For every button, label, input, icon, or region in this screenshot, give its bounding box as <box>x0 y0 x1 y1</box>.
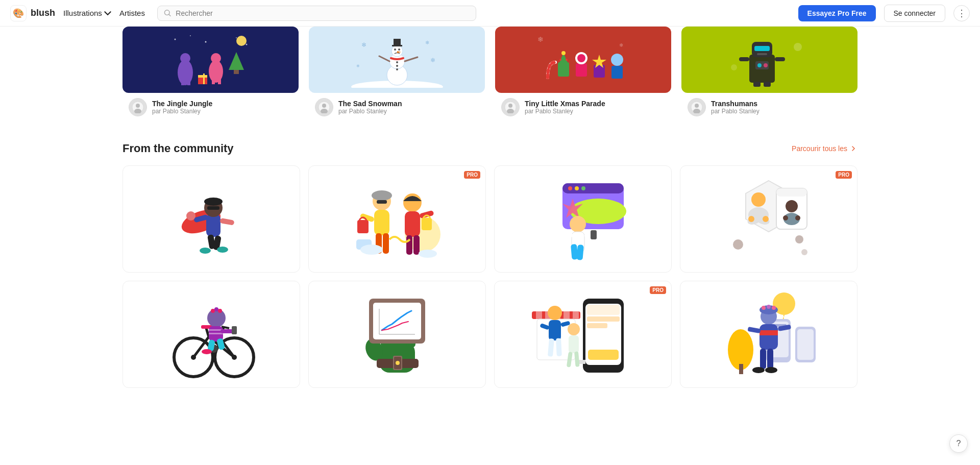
store-people-art <box>527 288 639 380</box>
chevron-right-icon <box>849 144 857 153</box>
illustration-meta-2: The Sad Snowman par Pablo Stanley <box>309 93 485 116</box>
community-section: From the community Parcourir tous les <box>0 127 980 388</box>
community-card-4[interactable]: PRO <box>680 165 857 273</box>
illustration-card-xmas[interactable]: ❄ ❄ Tiny Little Xmas Parade par Pablo St… <box>495 27 671 116</box>
svg-rect-195 <box>549 320 561 340</box>
svg-point-36 <box>396 68 398 70</box>
svg-point-136 <box>783 215 788 221</box>
svg-point-2 <box>174 39 176 40</box>
svg-rect-68 <box>757 53 767 55</box>
svg-text:❄: ❄ <box>425 40 429 45</box>
community-grid: PRO <box>122 165 857 388</box>
svg-point-114 <box>575 186 579 190</box>
svg-text:❄: ❄ <box>537 35 544 43</box>
chat-person-art <box>532 173 634 265</box>
illustration-card-jingle-jungle[interactable]: The Jingle Jungle par Pablo Stanley <box>122 27 299 116</box>
svg-point-156 <box>214 307 218 311</box>
svg-point-35 <box>396 65 398 67</box>
svg-rect-223 <box>760 349 766 369</box>
svg-point-9 <box>180 53 190 63</box>
illustration-title-2: The Sad Snowman <box>338 100 402 108</box>
svg-point-22 <box>136 104 140 108</box>
browse-all-link[interactable]: Parcourir tous les <box>792 144 857 153</box>
illustration-card-snowman[interactable]: ❄ ❄ ❄ ❄ The Sad Snowman par Pablo Stanl <box>309 27 485 116</box>
svg-rect-201 <box>569 335 579 353</box>
community-card-1[interactable] <box>122 165 300 273</box>
svg-rect-122 <box>562 233 573 237</box>
svg-point-165 <box>202 349 212 354</box>
svg-point-130 <box>748 216 754 222</box>
illustration-meta-3: Tiny Little Xmas Parade par Pablo Stanle… <box>495 93 671 116</box>
svg-point-92 <box>217 247 228 253</box>
svg-point-58 <box>611 54 623 66</box>
xmas-art: ❄ ❄ <box>532 32 634 88</box>
svg-rect-72 <box>764 82 771 87</box>
svg-point-54 <box>577 54 585 62</box>
svg-rect-107 <box>406 235 412 255</box>
more-button[interactable]: ⋮ <box>953 5 970 21</box>
svg-rect-219 <box>760 324 778 350</box>
community-card-5[interactable] <box>122 281 300 388</box>
svg-point-76 <box>794 43 802 51</box>
svg-text:❄: ❄ <box>619 42 623 48</box>
svg-rect-191 <box>573 311 579 319</box>
search-input[interactable] <box>176 9 469 17</box>
svg-rect-184 <box>587 323 607 328</box>
logo-text: blush <box>31 8 55 18</box>
menu-illustrations[interactable]: Illustrations <box>63 9 111 17</box>
svg-rect-185 <box>588 350 619 360</box>
illustration-title-4: Transhumans <box>711 100 760 108</box>
svg-rect-162 <box>232 326 237 334</box>
community-card-2[interactable]: PRO <box>308 165 486 273</box>
svg-rect-20 <box>234 70 239 74</box>
svg-point-216 <box>762 306 766 310</box>
balloon-person-art <box>718 288 820 380</box>
logo[interactable]: 🎨 blush <box>10 5 55 21</box>
svg-point-175 <box>396 361 400 365</box>
svg-point-51 <box>566 59 568 61</box>
svg-point-13 <box>211 53 221 63</box>
community-card-3[interactable] <box>494 165 672 273</box>
svg-point-217 <box>767 305 771 309</box>
bicycle-art <box>160 288 262 380</box>
illustration-meta-4: Transhumans par Pablo Stanley <box>681 93 857 116</box>
svg-point-115 <box>581 186 585 190</box>
svg-rect-224 <box>767 349 773 369</box>
svg-point-139 <box>733 239 743 250</box>
illustration-card-transhumans[interactable]: Transhumans par Pablo Stanley <box>681 27 857 116</box>
svg-rect-183 <box>587 316 620 322</box>
svg-rect-100 <box>357 220 369 233</box>
snowman-art: ❄ ❄ ❄ ❄ <box>346 32 448 88</box>
chevron-down-icon <box>104 10 111 17</box>
svg-rect-52 <box>576 63 587 77</box>
search-icon <box>164 9 172 17</box>
svg-point-75 <box>764 63 768 67</box>
svg-rect-207 <box>739 364 743 374</box>
svg-rect-15 <box>218 77 221 84</box>
illustration-meta-1: The Jingle Jungle par Pablo Stanley <box>122 93 299 116</box>
svg-point-34 <box>396 61 398 63</box>
svg-rect-211 <box>797 329 814 360</box>
community-card-7[interactable]: PRO <box>494 281 672 388</box>
svg-rect-85 <box>207 206 219 210</box>
community-card-6[interactable] <box>308 281 486 388</box>
svg-rect-10 <box>181 78 184 85</box>
svg-rect-97 <box>377 200 387 204</box>
svg-point-6 <box>246 44 247 45</box>
svg-point-29 <box>394 48 396 51</box>
community-card-8[interactable] <box>680 281 857 388</box>
hand-frame-art <box>351 288 443 380</box>
pro-badge-4: PRO <box>836 171 852 179</box>
svg-rect-203 <box>574 351 580 367</box>
search-bar[interactable] <box>157 6 476 21</box>
svg-point-113 <box>568 186 572 190</box>
pro-button[interactable]: Essayez Pro Free <box>798 5 876 21</box>
svg-point-225 <box>752 367 765 373</box>
menu-artists[interactable]: Artistes <box>119 9 145 17</box>
flying-person-art <box>165 173 257 265</box>
svg-point-140 <box>801 249 807 255</box>
svg-point-157 <box>218 309 222 313</box>
signin-button[interactable]: Se connecter <box>884 5 946 22</box>
svg-point-77 <box>731 64 737 70</box>
artist-avatar-1 <box>129 98 147 116</box>
